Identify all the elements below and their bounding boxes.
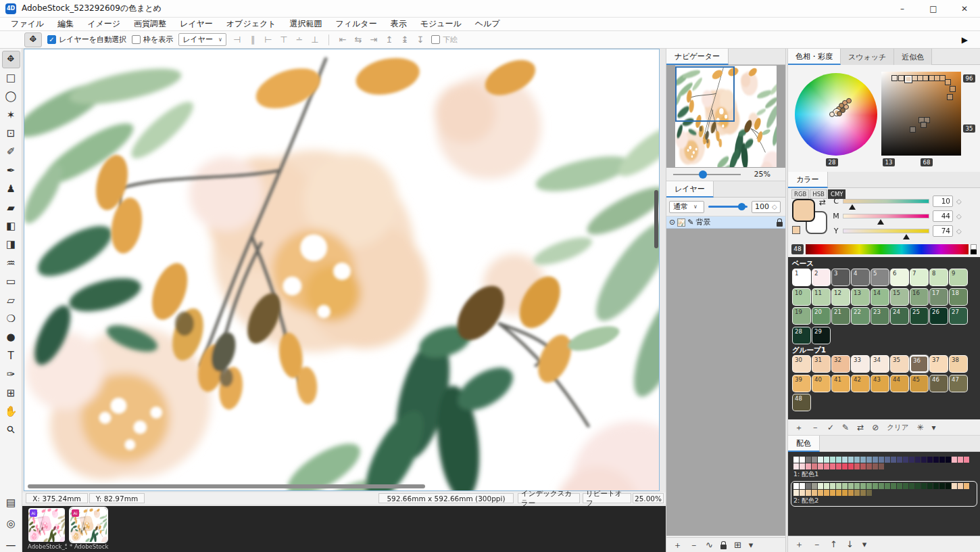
tab-hue-saturation[interactable]: 色相・彩度: [788, 49, 841, 65]
swatch-36[interactable]: 36: [910, 355, 929, 373]
mode-rgb-button[interactable]: RGB: [791, 189, 809, 199]
tool-move[interactable]: ↔↕: [2, 51, 20, 68]
scheme-tool-3[interactable]: ↓: [846, 540, 854, 549]
swatch-31[interactable]: 31: [812, 355, 831, 373]
swatch-19[interactable]: 19: [792, 307, 811, 325]
align-icon-1[interactable]: ∥: [247, 34, 258, 45]
opacity-slider-track[interactable]: [708, 206, 748, 208]
square-marker-15[interactable]: [910, 127, 916, 133]
menu-item-1[interactable]: 編集: [51, 18, 80, 30]
underdrawing-checkbox-icon[interactable]: [431, 35, 440, 44]
layer-row-background[interactable]: ⊙ ✎ 背景: [666, 216, 785, 229]
menu-item-0[interactable]: ファイル: [4, 18, 51, 30]
swatch-38[interactable]: 38: [949, 355, 968, 373]
swatch-34[interactable]: 34: [871, 355, 889, 373]
swatch-27[interactable]: 27: [949, 307, 968, 325]
swatch-21[interactable]: 21: [831, 307, 850, 325]
tab-color[interactable]: カラー: [788, 172, 828, 188]
swatch-15[interactable]: 15: [890, 288, 909, 306]
tool-crop[interactable]: ⊡: [2, 125, 20, 143]
scheme-item-1[interactable]: 1: 配色1: [791, 455, 977, 480]
layers-tool-1[interactable]: －: [689, 540, 698, 549]
swatch-18[interactable]: 18: [949, 288, 968, 306]
swatch-29[interactable]: 29: [812, 327, 831, 344]
swatch-7[interactable]: 7: [910, 269, 929, 286]
scheme-tool-0[interactable]: ＋: [795, 540, 804, 549]
square-marker-9[interactable]: [945, 79, 951, 85]
auto-select-layer-option[interactable]: ✓ レイヤーを自動選択: [47, 34, 126, 45]
swatch-35[interactable]: 35: [890, 355, 909, 373]
menu-item-4[interactable]: レイヤー: [173, 18, 220, 30]
layers-lock-icon[interactable]: [720, 545, 727, 549]
tool-eyedropper[interactable]: ✐: [2, 143, 20, 161]
swatch-clear-button[interactable]: クリア: [887, 423, 908, 432]
wheel-marker-8[interactable]: [837, 111, 842, 116]
tool-wave[interactable]: ♒: [2, 254, 20, 272]
menu-item-9[interactable]: モジュール: [414, 18, 468, 30]
tab-color-scheme[interactable]: 配色: [788, 436, 820, 452]
slider-track-M[interactable]: [843, 214, 929, 218]
distribute-icon-1[interactable]: ⇆: [353, 34, 364, 45]
menu-item-8[interactable]: 表示: [384, 18, 414, 30]
slider-stepper-M[interactable]: ◇: [956, 212, 962, 220]
align-icon-4[interactable]: ∸: [294, 34, 305, 45]
align-icon-0[interactable]: ⊣: [232, 34, 243, 45]
tab-navigator[interactable]: ナビゲーター: [666, 49, 729, 65]
swatch-45[interactable]: 45: [910, 375, 929, 392]
status-zoom[interactable]: 25.00%: [633, 493, 664, 503]
swatch-20[interactable]: 20: [812, 307, 831, 325]
align-icon-3[interactable]: ⊤: [278, 34, 289, 45]
swatch-39[interactable]: 39: [792, 375, 811, 392]
layers-tool-0[interactable]: ＋: [673, 540, 682, 549]
tool-collapse[interactable]: —: [2, 539, 20, 552]
status-repeat-mode[interactable]: リピートオフ: [583, 493, 631, 503]
swatch-37[interactable]: 37: [929, 355, 948, 373]
scheme-tool-1[interactable]: －: [812, 540, 821, 549]
square-marker-0[interactable]: [891, 75, 898, 81]
distribute-icon-3[interactable]: ↥: [384, 34, 395, 45]
tool-lasso[interactable]: ◯: [2, 88, 20, 106]
swatch-32[interactable]: 32: [831, 355, 850, 373]
tool-ruler[interactable]: ▤: [2, 497, 20, 509]
checkbox-unchecked-icon[interactable]: [132, 35, 141, 44]
swatch-22[interactable]: 22: [851, 307, 870, 325]
swatch-44[interactable]: 44: [890, 375, 909, 392]
minimize-button[interactable]: –: [887, 0, 918, 18]
square-marker-11[interactable]: [947, 94, 953, 100]
swatch-25[interactable]: 25: [910, 307, 929, 325]
slider-stepper-Y[interactable]: ◇: [956, 227, 962, 235]
tool-brush[interactable]: ✒: [2, 162, 20, 179]
menu-item-5[interactable]: オブジェクト: [220, 18, 283, 30]
color-wheel[interactable]: [795, 73, 877, 156]
swatch-33[interactable]: 33: [851, 355, 870, 373]
tool-hand[interactable]: ✋: [2, 402, 20, 420]
swatch-26[interactable]: 26: [929, 307, 948, 325]
tool-grid[interactable]: ⊞: [2, 384, 20, 402]
canvas-horizontal-scrollbar[interactable]: [28, 484, 425, 488]
tool-rect-select[interactable]: □: [2, 69, 20, 87]
close-button[interactable]: ✕: [949, 0, 980, 18]
swatch-5[interactable]: 5: [871, 269, 889, 286]
navigator-preview[interactable]: [666, 65, 785, 168]
distribute-icon-0[interactable]: ⇤: [337, 34, 348, 45]
layer-visibility-eye-icon[interactable]: ⊙: [669, 218, 675, 227]
swatch-tool-2[interactable]: ✓: [827, 423, 834, 432]
tool-smudge-drop[interactable]: ●: [2, 329, 20, 346]
swatch-17[interactable]: 17: [929, 288, 948, 306]
swatch-2[interactable]: 2: [812, 269, 831, 286]
menu-item-10[interactable]: ヘルプ: [468, 18, 507, 30]
swatch-40[interactable]: 40: [812, 375, 831, 392]
scheme-tool-2[interactable]: ↑: [830, 540, 837, 549]
swatch-48[interactable]: 48: [792, 394, 811, 411]
saturation-brightness-square[interactable]: [881, 72, 961, 156]
swatch-4[interactable]: 4: [851, 269, 870, 286]
swatch-1[interactable]: 1: [792, 269, 811, 286]
swatch-46[interactable]: 46: [929, 375, 948, 392]
swatch-13[interactable]: 13: [851, 288, 870, 306]
document-thumb-2[interactable]: Ai * AdobeStock...: [70, 508, 107, 550]
tab-similar-colors[interactable]: 近似色: [894, 49, 932, 65]
slider-value-M[interactable]: 44: [933, 210, 953, 222]
move-tool-option-button[interactable]: ↔↕: [24, 32, 42, 47]
tool-stamp[interactable]: ♟: [2, 181, 20, 198]
tool-eraser[interactable]: ▰: [2, 199, 20, 216]
